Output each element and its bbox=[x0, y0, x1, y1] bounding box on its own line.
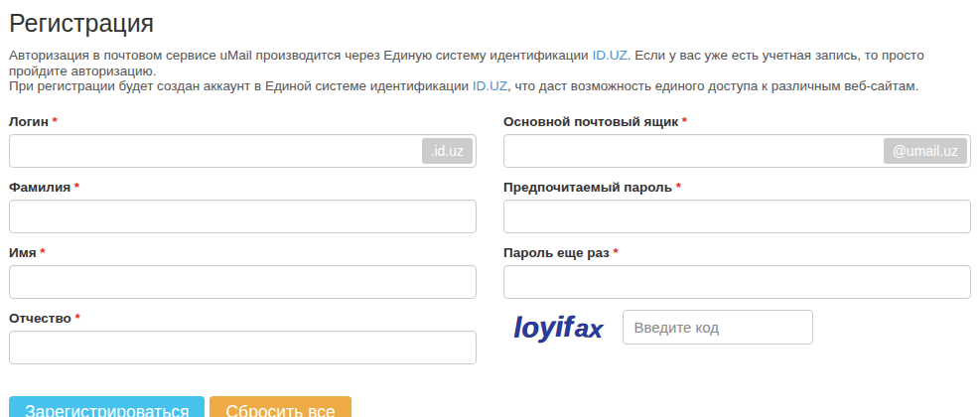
registration-form: Логин * .id.uz Фамилия * Имя * Отч bbox=[9, 113, 971, 375]
lastname-input-wrap bbox=[9, 200, 477, 233]
password-repeat-required-marker: * bbox=[614, 245, 619, 260]
iduz-link-1[interactable]: ID.UZ bbox=[592, 48, 627, 63]
reset-button[interactable]: Сбросить все bbox=[210, 396, 350, 417]
login-label-text: Логин bbox=[9, 114, 49, 129]
register-button[interactable]: Зарегистрироваться bbox=[9, 396, 205, 417]
mailbox-group: Основной почтовый ящик * @umail.uz bbox=[503, 113, 971, 168]
password-required-marker: * bbox=[676, 180, 681, 195]
intro-paragraph-1: Авторизация в почтовом сервисе uMail про… bbox=[9, 48, 971, 78]
lastname-required-marker: * bbox=[74, 180, 79, 195]
iduz-link-2[interactable]: ID.UZ bbox=[473, 78, 507, 93]
password-label-text: Предпочитаемый пароль bbox=[503, 180, 672, 195]
lastname-label: Фамилия * bbox=[9, 179, 477, 196]
middlename-label: Отчество * bbox=[9, 310, 477, 327]
middlename-group: Отчество * bbox=[9, 310, 477, 364]
password-repeat-label-text: Пароль еще раз bbox=[503, 245, 610, 260]
firstname-required-marker: * bbox=[40, 245, 45, 260]
form-actions: Зарегистрироваться Сбросить все bbox=[9, 396, 971, 417]
firstname-label: Имя * bbox=[9, 244, 477, 261]
password-input-wrap bbox=[503, 200, 971, 233]
middlename-input[interactable] bbox=[9, 331, 477, 364]
password-label: Предпочитаемый пароль * bbox=[503, 179, 971, 196]
captcha-input[interactable] bbox=[623, 310, 813, 345]
firstname-input[interactable] bbox=[9, 265, 477, 299]
login-input[interactable] bbox=[9, 134, 477, 168]
password-repeat-label: Пароль еще раз * bbox=[503, 244, 971, 261]
mailbox-input-wrap: @umail.uz bbox=[503, 134, 971, 168]
page-title: Регистрация bbox=[9, 8, 971, 38]
form-column-left: Логин * .id.uz Фамилия * Имя * Отч bbox=[9, 113, 477, 375]
intro-p1-text: Авторизация в почтовом сервисе uMail про… bbox=[9, 48, 592, 63]
captcha-row: loyifax bbox=[503, 310, 971, 345]
mailbox-required-marker: * bbox=[682, 114, 687, 129]
password-repeat-group: Пароль еще раз * bbox=[503, 244, 971, 299]
middlename-required-marker: * bbox=[75, 311, 80, 326]
mailbox-input[interactable] bbox=[503, 134, 971, 168]
mailbox-label-text: Основной почтовый ящик bbox=[503, 114, 678, 129]
lastname-label-text: Фамилия bbox=[9, 180, 70, 195]
intro-p2-text: При регистрации будет создан аккаунт в Е… bbox=[9, 78, 473, 93]
password-repeat-input[interactable] bbox=[503, 265, 971, 299]
captcha-image: loyifax bbox=[513, 309, 603, 346]
intro-paragraph-2: При регистрации будет создан аккаунт в Е… bbox=[9, 78, 971, 94]
captcha-code-part1: loyif bbox=[513, 310, 573, 343]
captcha-code-part2: ax bbox=[574, 310, 604, 345]
firstname-group: Имя * bbox=[9, 244, 477, 299]
lastname-group: Фамилия * bbox=[9, 179, 477, 233]
firstname-input-wrap bbox=[9, 265, 477, 299]
login-group: Логин * .id.uz bbox=[9, 113, 477, 168]
lastname-input[interactable] bbox=[9, 200, 477, 233]
password-group: Предпочитаемый пароль * bbox=[503, 179, 971, 233]
registration-page: Регистрация Авторизация в почтовом серви… bbox=[0, 0, 980, 417]
intro-text: Авторизация в почтовом сервисе uMail про… bbox=[9, 48, 971, 94]
intro-p2-tail: , что даст возможность единого доступа к… bbox=[507, 78, 918, 93]
login-required-marker: * bbox=[53, 114, 58, 129]
login-input-wrap: .id.uz bbox=[9, 134, 477, 168]
firstname-label-text: Имя bbox=[9, 245, 37, 260]
password-repeat-input-wrap bbox=[503, 265, 971, 299]
mailbox-label: Основной почтовый ящик * bbox=[503, 113, 971, 130]
password-input[interactable] bbox=[503, 200, 971, 233]
login-label: Логин * bbox=[9, 113, 477, 130]
middlename-label-text: Отчество bbox=[9, 311, 71, 326]
middlename-input-wrap bbox=[9, 331, 477, 364]
form-column-right: Основной почтовый ящик * @umail.uz Предп… bbox=[503, 113, 971, 375]
